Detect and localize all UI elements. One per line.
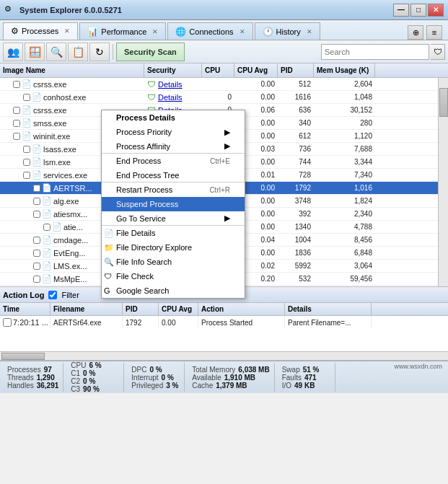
- log-row-checkbox[interactable]: [3, 318, 12, 327]
- row-checkbox[interactable]: [13, 133, 20, 140]
- processes-value: 97: [44, 366, 52, 374]
- td-mem: 280: [314, 117, 375, 129]
- row-checkbox[interactable]: [33, 276, 40, 283]
- horizontal-scrollbar[interactable]: [0, 352, 448, 361]
- submenu-arrow-icon: ▶: [224, 141, 230, 151]
- td-mem: 6,848: [314, 247, 375, 259]
- tab-menu-button[interactable]: ≡: [426, 25, 442, 40]
- c2-value: 0 %: [83, 377, 95, 385]
- row-checkbox[interactable]: [43, 224, 50, 231]
- search-submit-button[interactable]: 🛡: [431, 44, 445, 60]
- td-mem: 30,152: [314, 104, 375, 116]
- tab-history-close[interactable]: ✕: [307, 28, 312, 35]
- row-checkbox[interactable]: [33, 237, 40, 244]
- tab-performance-close[interactable]: ✕: [152, 28, 158, 35]
- td-cpu: 0: [202, 91, 234, 103]
- io-stat: I/O 49 KB: [282, 382, 330, 390]
- context-menu-item[interactable]: 📄File Details: [102, 226, 245, 240]
- row-checkbox[interactable]: [23, 94, 30, 101]
- cpu-value: 6 %: [89, 361, 101, 369]
- search-input[interactable]: [321, 44, 429, 60]
- faults-value: 471: [304, 374, 317, 382]
- td-cpu: [202, 78, 234, 90]
- toolbar-refresh-btn[interactable]: ↻: [89, 43, 110, 61]
- col-header-mem[interactable]: Mem Usage (K): [314, 63, 375, 77]
- file-icon: 📄: [42, 209, 52, 219]
- toolbar-list-btn[interactable]: 📋: [68, 43, 88, 61]
- col-header-pid[interactable]: PID: [278, 63, 314, 77]
- row-checkbox[interactable]: [33, 250, 40, 257]
- row-checkbox[interactable]: [13, 120, 20, 127]
- tab-add-button[interactable]: ⊕: [408, 25, 423, 40]
- tab-processes-label: Processes: [22, 27, 58, 35]
- row-checkbox[interactable]: [33, 198, 40, 205]
- td-mem: 8,456: [314, 234, 375, 246]
- available-stat: Available 1,910 MB: [192, 374, 269, 382]
- toolbar-separator: [113, 44, 113, 60]
- row-checkbox[interactable]: [23, 159, 30, 166]
- threads-count: Threads 1,290: [7, 374, 58, 382]
- interrupt-value: 0 %: [162, 374, 174, 382]
- c1-label: C1: [71, 369, 80, 377]
- faults-stat: Faults 471: [282, 374, 330, 382]
- toolbar-search-btn[interactable]: 🔍: [46, 43, 66, 61]
- menu-item-shortcut: Ctrl+R: [209, 186, 230, 194]
- security-scan-button[interactable]: Security Scan: [116, 43, 185, 61]
- tab-connections-close[interactable]: ✕: [240, 28, 245, 35]
- details-link[interactable]: Details: [158, 93, 183, 102]
- tab-connections[interactable]: 🌐 Connections ✕: [167, 22, 252, 40]
- log-filter-checkbox[interactable]: [48, 291, 57, 299]
- context-menu-item[interactable]: 🔍File Info Search: [102, 255, 245, 269]
- process-name: LMS.ex...: [53, 262, 87, 270]
- interrupt-label: Interrupt: [131, 374, 158, 382]
- log-td-filename: AERTSr64.exe: [50, 316, 123, 329]
- toolbar-users-btn[interactable]: 👥: [3, 43, 23, 61]
- row-checkbox[interactable]: [23, 172, 30, 179]
- maximize-button[interactable]: □: [410, 4, 426, 17]
- row-checkbox[interactable]: [33, 185, 40, 192]
- col-header-cpu[interactable]: CPU: [202, 63, 234, 77]
- context-menu-item[interactable]: Process Priority▶: [102, 125, 245, 139]
- context-menu-item[interactable]: End Process Tree: [102, 168, 245, 182]
- close-button[interactable]: ✕: [428, 4, 444, 17]
- context-menu-item[interactable]: GGoogle Search: [102, 283, 245, 298]
- tab-history[interactable]: 🕐 History ✕: [255, 22, 320, 40]
- row-checkbox[interactable]: [13, 107, 20, 114]
- details-link[interactable]: Details: [158, 80, 183, 89]
- process-name: csrss.exe: [33, 106, 66, 115]
- context-menu-item[interactable]: 📁File Directory Explore: [102, 240, 245, 255]
- row-checkbox[interactable]: [33, 211, 40, 218]
- log-col-pid: PID: [123, 303, 159, 315]
- swap-stat: Swap 51 %: [282, 366, 330, 374]
- tab-processes-close[interactable]: ✕: [64, 27, 70, 35]
- context-menu-item[interactable]: 🛡File Check: [102, 269, 245, 283]
- scrollbar-thumb[interactable]: [439, 88, 448, 117]
- vertical-scrollbar[interactable]: [438, 78, 448, 286]
- process-name: EvtEng...: [53, 249, 86, 258]
- row-checkbox[interactable]: [23, 146, 30, 153]
- tab-performance[interactable]: 📊 Performance ✕: [79, 22, 166, 40]
- col-header-cpu-avg[interactable]: CPU Avg: [234, 63, 278, 77]
- table-row[interactable]: 📄conhost.exe🛡Details00.0016161,048: [0, 91, 448, 104]
- cpu-label: CPU: [71, 361, 86, 369]
- context-menu-item[interactable]: End ProcessCtrl+E: [102, 154, 245, 168]
- minimize-button[interactable]: —: [393, 4, 409, 17]
- h-scrollbar-thumb[interactable]: [1, 353, 45, 360]
- td-mem: 3,064: [314, 260, 375, 272]
- context-menu-item[interactable]: Suspend Process: [102, 197, 245, 211]
- col-header-image-name[interactable]: Image Name: [0, 63, 144, 77]
- toolbar-windows-btn[interactable]: 🪟: [25, 43, 45, 61]
- tab-processes[interactable]: ⚙ Processes ✕: [3, 22, 78, 40]
- col-header-security[interactable]: Security: [144, 63, 202, 77]
- log-row[interactable]: 7:20:11 ... AERTSr64.exe 1792 0.00 Proce…: [0, 316, 448, 329]
- context-menu-item[interactable]: Process Affinity▶: [102, 139, 245, 154]
- table-row[interactable]: 📄csrss.exe🛡Details0.005122,604: [0, 78, 448, 91]
- row-checkbox[interactable]: [33, 263, 40, 270]
- row-checkbox[interactable]: [13, 81, 20, 88]
- c1-stat: C1 0 %: [71, 369, 119, 377]
- status-cpu: CPU 6 % C1 0 % C2 0 % C3 90 %: [66, 363, 124, 392]
- context-menu-item[interactable]: Process Details: [102, 110, 245, 125]
- td-mem: 2,340: [314, 208, 375, 220]
- context-menu-item[interactable]: Restart ProcessCtrl+R: [102, 182, 245, 197]
- context-menu-item[interactable]: Go To Service▶: [102, 211, 245, 226]
